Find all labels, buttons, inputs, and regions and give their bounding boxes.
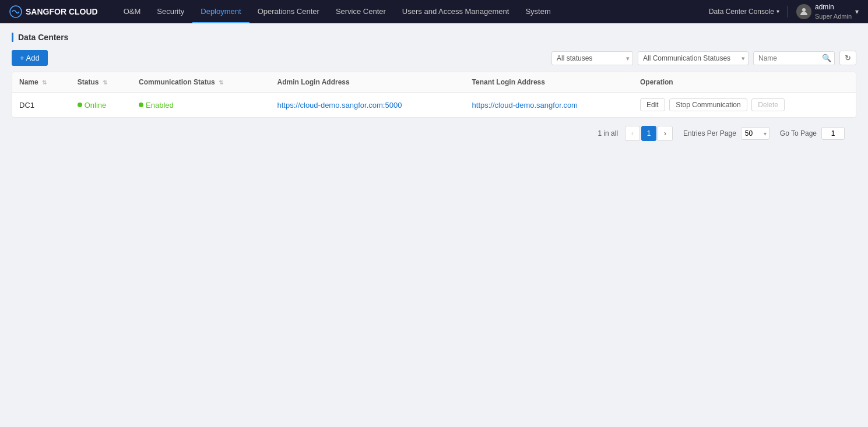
- console-label: Data Center Console: [709, 8, 774, 16]
- toolbar-left: + Add: [12, 50, 48, 66]
- stop-comm-button[interactable]: Stop Communication: [669, 98, 747, 111]
- brand[interactable]: SANGFOR CLOUD: [9, 5, 98, 18]
- goto-input[interactable]: [821, 127, 845, 140]
- user-icon: [799, 7, 809, 16]
- page-1-button[interactable]: 1: [641, 126, 656, 141]
- data-table-container: Name ⇅ Status ⇅ Communication Status ⇅ A…: [12, 72, 856, 118]
- nav-item-deployment[interactable]: Deployment: [192, 0, 249, 23]
- status-dot-icon: [78, 103, 82, 107]
- col-admin-login: Admin Login Address: [270, 72, 465, 93]
- user-name: admin: [815, 3, 852, 12]
- entries-label: Entries Per Page: [683, 129, 736, 137]
- cell-admin-login: https://cloud-demo.sangfor.com:5000: [270, 93, 465, 118]
- user-chevron-icon: ▾: [855, 8, 859, 16]
- page-nav: ‹ 1 ›: [625, 126, 673, 141]
- cell-operation: Edit Stop Communication Delete: [633, 93, 856, 118]
- col-status: Status ⇅: [71, 72, 132, 93]
- col-comm-status: Communication Status ⇅: [132, 72, 270, 93]
- delete-button: Delete: [751, 98, 785, 111]
- navbar-menu: O&M Security Deployment Operations Cente…: [115, 0, 709, 23]
- nav-item-om[interactable]: O&M: [115, 0, 149, 23]
- page-title-section: Data Centers: [12, 33, 856, 42]
- comm-status-text: Enabled: [146, 101, 174, 110]
- nav-item-operations[interactable]: Operations Center: [249, 0, 328, 23]
- toolbar: + Add All statuses Online Offline All Co…: [12, 50, 856, 66]
- page-title: Data Centers: [18, 33, 68, 42]
- brand-icon: [9, 5, 22, 18]
- user-menu[interactable]: admin Super Admin ▾: [796, 3, 859, 20]
- sort-icon-status: ⇅: [103, 79, 107, 86]
- comm-filter-wrap: All Communication Statuses Enabled Disab…: [638, 51, 748, 65]
- cell-tenant-login: https://cloud-demo.sangfor.com: [465, 93, 633, 118]
- console-selector[interactable]: Data Center Console ▾: [709, 8, 779, 16]
- cell-status: Online: [71, 93, 132, 118]
- status-filter[interactable]: All statuses Online Offline: [551, 51, 633, 65]
- nav-item-service[interactable]: Service Center: [328, 0, 394, 23]
- status-text: Online: [85, 101, 107, 110]
- svg-point-1: [802, 8, 806, 12]
- cell-name: DC1: [12, 93, 71, 118]
- comm-status-dot-icon: [139, 103, 143, 107]
- search-icon-button[interactable]: 🔍: [822, 54, 831, 62]
- navbar: SANGFOR CLOUD O&M Security Deployment Op…: [0, 0, 868, 23]
- nav-divider: [788, 6, 788, 17]
- prev-page-button[interactable]: ‹: [625, 126, 640, 141]
- cell-comm-status: Enabled: [132, 93, 270, 118]
- total-count: 1 in all: [598, 129, 618, 137]
- search-wrap: 🔍: [753, 51, 835, 65]
- data-table: Name ⇅ Status ⇅ Communication Status ⇅ A…: [12, 72, 856, 117]
- comm-status-dot-wrap: Enabled: [139, 101, 174, 110]
- col-name: Name ⇅: [12, 72, 71, 93]
- pagination-bar: 1 in all ‹ 1 › Entries Per Page 10 20 50…: [12, 118, 856, 149]
- avatar: [796, 4, 811, 19]
- edit-button[interactable]: Edit: [640, 98, 665, 111]
- chevron-down-icon: ▾: [776, 8, 779, 15]
- table-header-row: Name ⇅ Status ⇅ Communication Status ⇅ A…: [12, 72, 856, 93]
- page-content: Data Centers + Add All statuses Online O…: [0, 23, 868, 158]
- toolbar-right: All statuses Online Offline All Communic…: [551, 51, 856, 65]
- table-row: DC1 Online Enabled http: [12, 93, 856, 118]
- status-dot-wrap: Online: [78, 101, 107, 110]
- tenant-login-link[interactable]: https://cloud-demo.sangfor.com: [472, 101, 578, 110]
- user-role: Super Admin: [815, 12, 852, 20]
- goto-label: Go To Page: [780, 129, 817, 137]
- sort-icon-comm: ⇅: [219, 79, 223, 86]
- user-name-block: admin Super Admin: [815, 3, 852, 20]
- refresh-button[interactable]: ↻: [839, 51, 856, 65]
- nav-item-security[interactable]: Security: [149, 0, 192, 23]
- admin-login-link[interactable]: https://cloud-demo.sangfor.com:5000: [277, 101, 402, 110]
- entries-select[interactable]: 10 20 50 100: [741, 127, 769, 140]
- comm-filter[interactable]: All Communication Statuses Enabled Disab…: [638, 51, 748, 65]
- navbar-right: Data Center Console ▾ admin Super Admin …: [709, 3, 859, 20]
- col-tenant-login: Tenant Login Address: [465, 72, 633, 93]
- entries-select-wrap: 10 20 50 100: [741, 127, 769, 140]
- nav-item-users[interactable]: Users and Access Management: [394, 0, 518, 23]
- nav-item-system[interactable]: System: [517, 0, 558, 23]
- sort-icon-name: ⇅: [42, 79, 47, 86]
- next-page-button[interactable]: ›: [658, 126, 673, 141]
- brand-name: SANGFOR CLOUD: [26, 7, 98, 16]
- status-filter-wrap: All statuses Online Offline: [551, 51, 633, 65]
- add-button[interactable]: + Add: [12, 50, 48, 66]
- col-operation: Operation: [633, 72, 856, 93]
- title-bar-accent: [12, 33, 13, 42]
